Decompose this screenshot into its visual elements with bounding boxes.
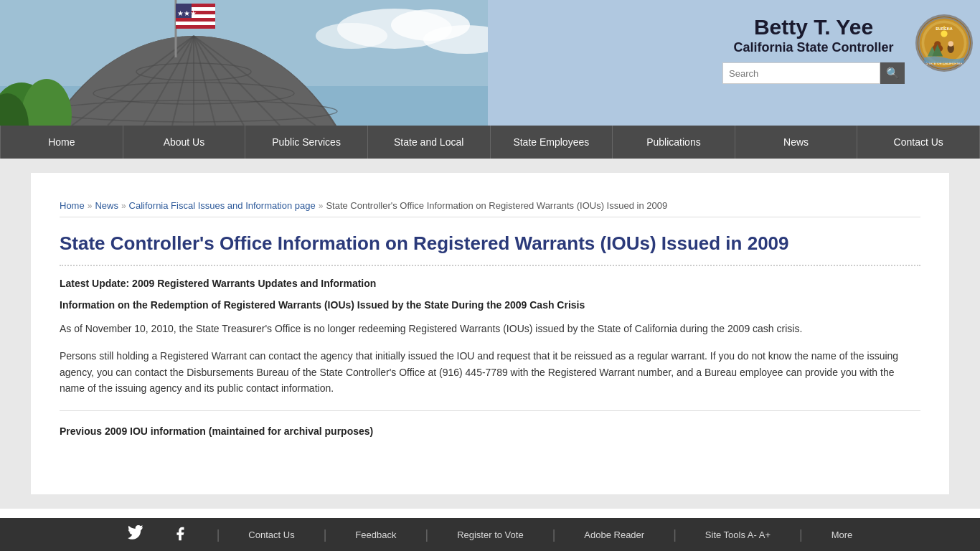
breadcrumb-sep1: » <box>88 201 93 211</box>
main-nav: Home About Us Public Services State and … <box>0 126 980 159</box>
nav-home[interactable]: Home <box>0 126 123 159</box>
nav-public-services[interactable]: Public Services <box>245 126 368 159</box>
search-button[interactable]: 🔍 <box>880 62 905 84</box>
nav-publications[interactable]: Publications <box>613 126 735 159</box>
controller-title: California State Controller <box>722 40 905 55</box>
footer-register[interactable]: Register to Vote <box>457 529 524 540</box>
section-divider <box>60 410 920 411</box>
footer-facebook[interactable] <box>172 526 188 544</box>
footer-site-tools[interactable]: Site Tools A- A+ <box>705 529 771 540</box>
footer-div2: | <box>324 527 327 542</box>
section1-heading: Latest Update: 2009 Registered Warrants … <box>60 278 920 289</box>
nav-news[interactable]: News <box>735 126 858 159</box>
footer: | Contact Us | Feedback | Register to Vo… <box>0 518 980 551</box>
svg-point-4 <box>316 23 387 49</box>
search-icon: 🔍 <box>886 67 900 80</box>
breadcrumb-current: State Controller's Office Information on… <box>326 200 667 211</box>
section2-heading: Information on the Redemption of Registe… <box>60 299 920 311</box>
breadcrumb-area: Home » News » California Fiscal Issues a… <box>60 187 920 217</box>
nav-items: Home About Us Public Services State and … <box>0 126 980 159</box>
controller-name: Betty T. Yee <box>722 14 905 40</box>
content-card: Home » News » California Fiscal Issues a… <box>31 173 949 494</box>
breadcrumb-sep3: » <box>319 201 324 211</box>
header-title-block: Betty T. Yee California State Controller… <box>722 14 905 84</box>
footer-feedback[interactable]: Feedback <box>355 529 396 540</box>
footer-adobe[interactable]: Adobe Reader <box>584 529 644 540</box>
header: ★★★ Betty T. Yee California State Contro… <box>0 0 980 126</box>
nav-state-local[interactable]: State and Local <box>368 126 491 159</box>
search-bar: 🔍 <box>722 62 905 84</box>
search-input[interactable] <box>722 62 880 84</box>
svg-rect-27 <box>176 22 215 25</box>
page-scroll: Home » News » California Fiscal Issues a… <box>0 159 980 518</box>
svg-rect-26 <box>176 18 215 22</box>
facebook-icon <box>172 526 188 544</box>
breadcrumb-news-link[interactable]: News <box>95 200 118 211</box>
breadcrumb-home-link[interactable]: Home <box>60 200 85 211</box>
footer-div5: | <box>673 527 677 542</box>
state-seal: EUREKA STATE OF CALIFORNIA <box>915 14 973 72</box>
footer-more[interactable]: More <box>831 529 853 540</box>
page-background: Home » News » California Fiscal Issues a… <box>0 159 980 509</box>
footer-div6: | <box>799 527 803 542</box>
svg-text:★★★: ★★★ <box>177 9 197 17</box>
twitter-icon <box>128 525 143 545</box>
main-content: State Controller's Office Information on… <box>60 232 920 466</box>
footer-twitter[interactable] <box>128 525 143 545</box>
nav-about-us[interactable]: About Us <box>123 126 246 159</box>
breadcrumb-sep2: » <box>121 201 126 211</box>
paragraph1: As of November 10, 2010, the State Treas… <box>60 321 920 336</box>
dome-image: ★★★ <box>0 0 488 126</box>
svg-point-45 <box>941 30 947 37</box>
previous-section-heading: Previous 2009 IOU information (maintaine… <box>60 425 920 437</box>
footer-div1: | <box>217 527 220 542</box>
svg-point-42 <box>948 41 953 46</box>
svg-rect-28 <box>176 25 215 29</box>
nav-contact-us[interactable]: Contact Us <box>857 126 980 159</box>
paragraph2: Persons still holding a Registered Warra… <box>60 348 920 396</box>
nav-state-employees[interactable]: State Employees <box>491 126 613 159</box>
footer-div3: | <box>425 527 428 542</box>
header-right: Betty T. Yee California State Controller… <box>722 14 973 84</box>
breadcrumb-fiscal-link[interactable]: California Fiscal Issues and Information… <box>129 200 316 211</box>
page-title: State Controller's Office Information on… <box>60 232 920 266</box>
footer-contact[interactable]: Contact Us <box>248 529 294 540</box>
breadcrumb: Home » News » California Fiscal Issues a… <box>60 200 920 211</box>
footer-div4: | <box>552 527 556 542</box>
